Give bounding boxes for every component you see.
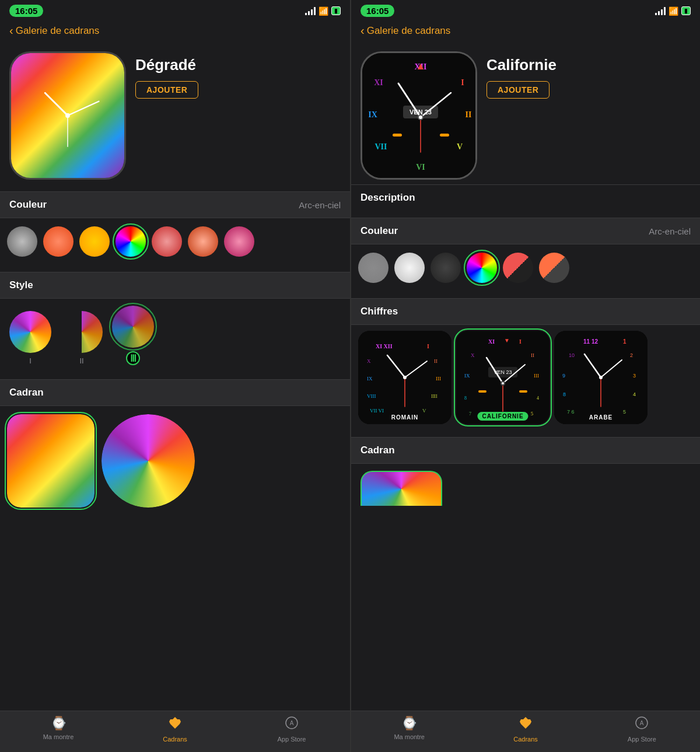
swatch-right-3-rainbow[interactable] <box>467 253 497 283</box>
svg-text:7: 7 <box>469 411 471 417</box>
svg-text:7 6: 7 6 <box>567 409 575 415</box>
swatch-right-1[interactable] <box>394 253 425 283</box>
swatches-row-left <box>0 218 350 265</box>
couleur-value-left: Arc-en-ciel <box>299 200 341 210</box>
nav-back-title-left: Galerie de cadrans <box>16 25 100 37</box>
face-name-left: Dégradé <box>135 56 341 74</box>
swatch-right-4[interactable] <box>503 253 533 283</box>
swatch-right-2[interactable] <box>430 253 461 283</box>
swatch-3-rainbow[interactable] <box>116 226 146 257</box>
svg-text:XI XII: XI XII <box>376 343 393 349</box>
face-header-left: Dégradé AJOUTER <box>0 42 350 184</box>
watch-tab-icon-left: ⌚ <box>51 716 66 731</box>
tab-appstore-label-left: App Store <box>278 736 306 743</box>
face-header-right: XII I II VI IX XI VII V VEN 23 <box>351 42 700 184</box>
svg-text:▼: ▼ <box>504 337 510 344</box>
svg-text:VII: VII <box>374 142 387 151</box>
svg-text:11 12: 11 12 <box>583 338 598 345</box>
svg-text:8: 8 <box>563 391 566 397</box>
tab-appstore-left[interactable]: A App Store <box>233 716 350 743</box>
tab-cadrans-right[interactable]: Cadrans <box>467 716 583 743</box>
style-option-3-selected[interactable]: Ⅲ <box>112 306 154 365</box>
tab-ma-montre-right[interactable]: ⌚ Ma montre <box>351 716 467 743</box>
svg-text:5: 5 <box>531 411 533 417</box>
swatch-5[interactable] <box>188 226 218 257</box>
tab-ma-montre-left[interactable]: ⌚ Ma montre <box>0 716 117 743</box>
svg-rect-51 <box>478 390 487 393</box>
svg-rect-25 <box>440 134 449 137</box>
swatches-row-right <box>351 244 700 291</box>
cadran-section-right: Cadran <box>351 437 700 464</box>
chiffres-californie[interactable]: XI ▼ I X II IX III VEN 23 8 4 7 — <box>456 331 550 424</box>
chiffres-row: XI XII I X II IX III VIII IIII VII VI V <box>351 325 700 430</box>
cadran-item-square[interactable] <box>7 414 94 508</box>
chiffres-label-right: Chiffres <box>360 306 398 317</box>
swatch-right-5[interactable] <box>539 253 569 283</box>
svg-line-1 <box>68 102 99 116</box>
svg-point-3 <box>65 113 70 118</box>
watch-preview-right: XII I II VI IX XI VII V VEN 23 <box>360 51 477 180</box>
svg-line-0 <box>45 93 68 116</box>
style-option-1[interactable]: I <box>9 311 51 365</box>
swatch-0[interactable] <box>7 226 37 257</box>
status-icons-right: 📶 ▮ <box>655 6 691 16</box>
nav-back-right[interactable]: ‹ Galerie de cadrans <box>351 19 700 42</box>
swatch-2[interactable] <box>79 226 110 257</box>
face-info-left: Dégradé AJOUTER <box>135 51 341 99</box>
couleur-value-right: Arc-en-ciel <box>649 226 691 236</box>
nav-back-left[interactable]: ‹ Galerie de cadrans <box>0 19 350 42</box>
svg-text:IX: IX <box>368 110 377 119</box>
svg-text:5: 5 <box>623 409 626 415</box>
swatch-6[interactable] <box>224 226 254 257</box>
style-label-II: II <box>79 356 83 365</box>
watch-preview-left <box>9 51 126 180</box>
style-option-2[interactable]: II <box>61 311 103 365</box>
face-info-right: Californie AJOUTER <box>487 51 691 99</box>
couleur-label-right: Couleur <box>360 225 398 237</box>
cadran-preview-right <box>351 464 700 513</box>
tab-cadrans-left[interactable]: Cadrans <box>117 716 233 743</box>
chiffres-arabe[interactable]: 11 12 1 10 2 9 3 8 4 7 6 5 ARABE <box>554 331 648 424</box>
svg-text:III: III <box>534 373 539 379</box>
svg-text:1: 1 <box>623 338 626 345</box>
svg-point-23 <box>419 65 422 67</box>
svg-text:4: 4 <box>633 391 636 397</box>
svg-text:X: X <box>367 358 371 364</box>
tab-appstore-label-right: App Store <box>628 736 656 743</box>
swatch-right-0[interactable] <box>358 253 388 283</box>
couleur-section-left[interactable]: Couleur Arc-en-ciel <box>0 191 350 218</box>
tab-appstore-right[interactable]: A App Store <box>584 716 700 743</box>
chiffres-romain[interactable]: XI XII I X II IX III VIII IIII VII VI V <box>358 331 452 424</box>
add-button-left[interactable]: AJOUTER <box>135 81 198 99</box>
svg-text:III: III <box>436 376 441 382</box>
chiffres-romain-label: ROMAIN <box>391 414 419 421</box>
svg-text:2: 2 <box>630 352 633 358</box>
tab-bar-left: ⌚ Ma montre Cadrans A App Store <box>0 711 350 752</box>
watch-tab-icon-right: ⌚ <box>401 716 417 731</box>
couleur-section-right[interactable]: Couleur Arc-en-ciel <box>351 218 700 244</box>
right-phone-screen: 16:05 📶 ▮ ‹ Galerie de cadrans <box>350 0 700 752</box>
cadran-section-left: Cadran <box>0 379 350 406</box>
appstore-tab-icon-left: A <box>285 716 299 733</box>
tab-bar-right: ⌚ Ma montre Cadrans A App Store <box>351 711 700 752</box>
content-left: Dégradé AJOUTER Couleur Arc-en-ciel Styl… <box>0 42 350 711</box>
tab-ma-montre-label-right: Ma montre <box>394 733 425 740</box>
add-button-right[interactable]: AJOUTER <box>487 81 550 99</box>
style-options-left: I II Ⅲ <box>0 299 350 372</box>
description-title: Description <box>360 192 415 203</box>
svg-text:V: V <box>457 142 463 151</box>
couleur-label-left: Couleur <box>9 199 47 211</box>
swatch-1[interactable] <box>43 226 74 257</box>
svg-text:9: 9 <box>562 373 565 379</box>
cadran-label-right: Cadran <box>360 445 395 456</box>
svg-text:A: A <box>640 720 644 726</box>
swatch-4[interactable] <box>152 226 182 257</box>
svg-text:10: 10 <box>569 352 575 358</box>
svg-text:VI: VI <box>416 163 425 172</box>
svg-text:II: II <box>434 358 438 364</box>
status-bar-left: 16:05 📶 ▮ <box>0 0 350 19</box>
svg-text:V: V <box>422 408 426 414</box>
cadran-item-circle[interactable] <box>102 414 195 508</box>
left-phone-screen: 16:05 📶 ▮ ‹ Galerie de cadrans <box>0 0 350 752</box>
svg-text:I: I <box>427 343 429 349</box>
